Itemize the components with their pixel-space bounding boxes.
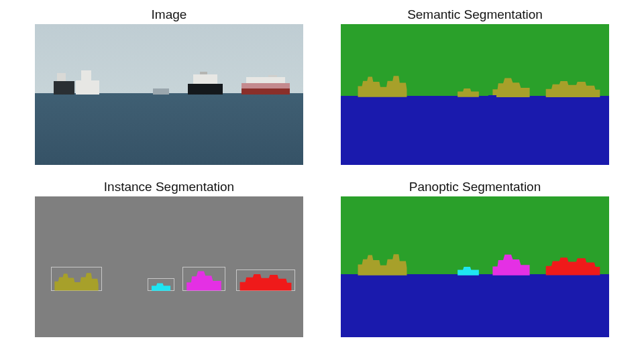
panel-image-canvas <box>35 24 303 165</box>
panel-panoptic-canvas <box>341 196 609 337</box>
panel-panoptic-title: Panoptic Segmentation <box>409 178 541 196</box>
photo-sea-region <box>35 93 303 165</box>
photo-ship-1 <box>54 70 99 95</box>
semantic-ship-2 <box>456 86 480 97</box>
semantic-ship-4 <box>545 78 601 97</box>
semantic-sea-region <box>341 96 609 165</box>
semantic-ship-1 <box>357 72 408 97</box>
instance-ship-4 <box>239 271 292 290</box>
panoptic-ship-1 <box>357 250 408 276</box>
semantic-ship-3 <box>491 75 531 98</box>
panoptic-ship-3 <box>491 251 531 276</box>
photo-ship-4 <box>241 75 290 95</box>
panel-semantic: Semantic Segmentation <box>333 5 617 174</box>
segmentation-comparison-figure: Image <box>0 0 644 362</box>
panel-instance-canvas <box>35 196 303 337</box>
semantic-sea-slit <box>488 95 496 99</box>
panel-semantic-canvas <box>341 24 609 165</box>
instance-ship-2 <box>150 281 172 291</box>
panoptic-ship-2 <box>456 264 480 276</box>
instance-ship-1 <box>54 269 99 291</box>
panel-image-title: Image <box>152 5 187 24</box>
instance-ship-3 <box>185 268 223 291</box>
panel-instance: Instance Segmentation <box>27 178 311 346</box>
photo-ship-3 <box>188 72 223 95</box>
panoptic-sea-region <box>341 274 609 338</box>
panoptic-ship-4 <box>545 254 601 276</box>
photo-ship-2 <box>153 86 169 95</box>
panel-image: Image <box>27 5 311 174</box>
panel-instance-title: Instance Segmentation <box>104 178 234 196</box>
panel-panoptic: Panoptic Segmentation <box>333 178 617 346</box>
panel-semantic-title: Semantic Segmentation <box>407 5 543 24</box>
